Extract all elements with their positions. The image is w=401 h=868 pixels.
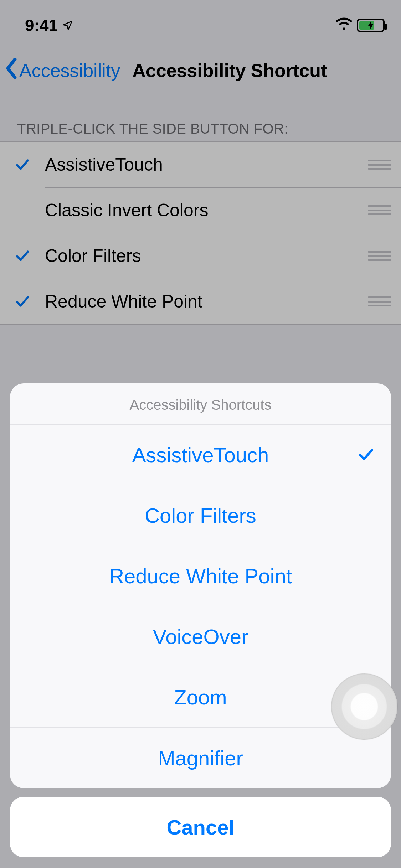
sheet-option-label: VoiceOver	[153, 625, 248, 649]
sheet-option-colorfilters[interactable]: Color Filters	[10, 485, 391, 546]
sheet-option-reducewhitepoint[interactable]: Reduce White Point	[10, 546, 391, 606]
action-sheet: Accessibility Shortcuts AssistiveTouch C…	[10, 383, 391, 857]
status-right	[335, 17, 385, 33]
reorder-handle-icon[interactable]	[358, 205, 401, 215]
reorder-handle-icon[interactable]	[358, 160, 401, 170]
back-label: Accessibility	[19, 60, 120, 81]
list-item[interactable]: AssistiveTouch	[0, 142, 401, 187]
wifi-icon	[335, 17, 353, 33]
sheet-option-voiceover[interactable]: VoiceOver	[10, 606, 391, 667]
list-item[interactable]: Color Filters	[0, 233, 401, 279]
section-header: TRIPLE-CLICK THE SIDE BUTTON FOR:	[0, 121, 401, 143]
sheet-option-magnifier[interactable]: Magnifier	[10, 728, 391, 788]
cancel-label: Cancel	[166, 815, 234, 839]
sheet-option-label: AssistiveTouch	[132, 443, 269, 467]
list-item[interactable]: Classic Invert Colors	[0, 187, 401, 233]
chevron-left-icon	[5, 58, 18, 83]
status-left: 9:41	[25, 16, 73, 35]
location-icon	[62, 16, 73, 35]
action-sheet-group: Accessibility Shortcuts AssistiveTouch C…	[10, 383, 391, 788]
list-item-label: AssistiveTouch	[45, 154, 358, 175]
checkmark-icon	[0, 249, 45, 263]
action-sheet-title: Accessibility Shortcuts	[10, 383, 391, 425]
list-item-label: Color Filters	[45, 246, 358, 266]
status-time: 9:41	[25, 16, 58, 35]
cancel-button[interactable]: Cancel	[10, 797, 391, 857]
sheet-option-label: Color Filters	[145, 503, 256, 527]
list-item-label: Reduce White Point	[45, 291, 358, 312]
battery-icon	[357, 19, 385, 32]
list-item[interactable]: Reduce White Point	[0, 279, 401, 324]
status-bar: 9:41	[0, 0, 401, 47]
sheet-option-assistivetouch[interactable]: AssistiveTouch	[10, 425, 391, 485]
checkmark-icon	[0, 157, 45, 172]
reorder-handle-icon[interactable]	[358, 296, 401, 306]
sheet-option-label: Reduce White Point	[109, 564, 292, 588]
checkmark-icon	[0, 294, 45, 309]
checkmark-icon	[358, 443, 374, 467]
back-button[interactable]: Accessibility	[0, 58, 120, 83]
shortcut-list: AssistiveTouch Classic Invert Colors Col…	[0, 141, 401, 325]
nav-bar: Accessibility Accessibility Shortcut	[0, 47, 401, 94]
assistivetouch-floating-button[interactable]	[331, 673, 397, 740]
reorder-handle-icon[interactable]	[358, 251, 401, 261]
page-title: Accessibility Shortcut	[132, 60, 327, 81]
sheet-option-label: Zoom	[174, 685, 227, 709]
sheet-option-label: Magnifier	[158, 746, 243, 770]
list-item-label: Classic Invert Colors	[45, 200, 358, 221]
